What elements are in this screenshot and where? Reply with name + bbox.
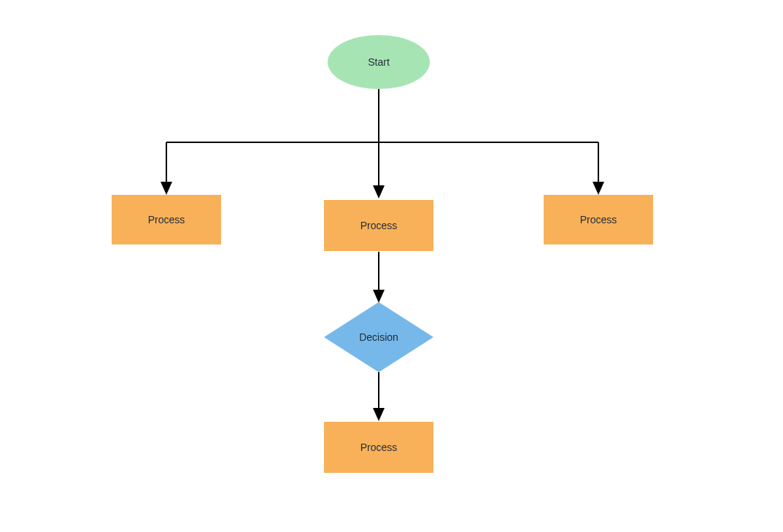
node-process-left[interactable]: Process: [112, 195, 221, 244]
node-process-center[interactable]: Process: [324, 200, 433, 251]
node-start[interactable]: Start: [328, 35, 430, 89]
flowchart-canvas: Start Process Process Process Decision P…: [0, 0, 783, 532]
node-process-bottom[interactable]: Process: [324, 422, 433, 473]
node-process-right-label: Process: [580, 214, 617, 225]
node-process-center-label: Process: [360, 220, 398, 231]
node-decision[interactable]: Decision: [324, 302, 433, 372]
node-decision-label: Decision: [359, 331, 398, 343]
node-start-label: Start: [368, 56, 390, 68]
node-process-bottom-label: Process: [360, 442, 398, 453]
node-process-left-label: Process: [148, 214, 185, 225]
node-process-right[interactable]: Process: [544, 195, 653, 244]
